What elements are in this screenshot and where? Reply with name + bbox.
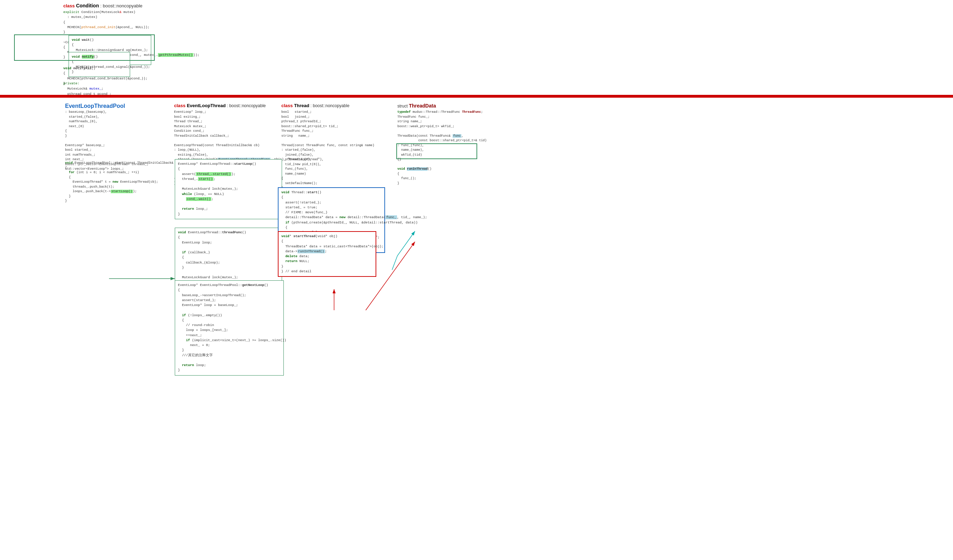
thread-class-title: class Thread : boost::noncopyable <box>281 103 349 108</box>
red-divider <box>0 95 953 97</box>
bottom-section: EventLoopThreadPool : baseLoop_(baseLoop… <box>0 97 953 554</box>
eventloopthreadpool-title: EventLoopThreadPool <box>65 103 125 109</box>
threaddata-code: typedef muduo::Thread::ThreadFunc Thread… <box>397 110 487 186</box>
condition-class-title: class Condition : boost::noncopyable <box>63 3 143 8</box>
thread-code: bool started_; bool joined_; pthread_t p… <box>281 110 374 191</box>
startloop-box: EventLoop* EventLoopThread::startLoop() … <box>175 159 282 219</box>
private-section: private: MutexLock& mutex_; pthread_cond… <box>63 81 112 97</box>
startthread-box: void* startThread(void* obj) { ThreadDat… <box>278 231 376 277</box>
eventloopthread-title: class EventLoopThread : boost::noncopyab… <box>174 103 266 108</box>
threaddata-title: struct ThreadData <box>397 103 436 108</box>
eventloopthreadpool-start: void EventLoopThreadPool::start(const Th… <box>65 161 181 204</box>
top-section: class Condition : boost::noncopyable exp… <box>0 0 953 95</box>
getnextloop-box: EventLoop* EventLoopThreadPool::getNextL… <box>175 280 284 376</box>
